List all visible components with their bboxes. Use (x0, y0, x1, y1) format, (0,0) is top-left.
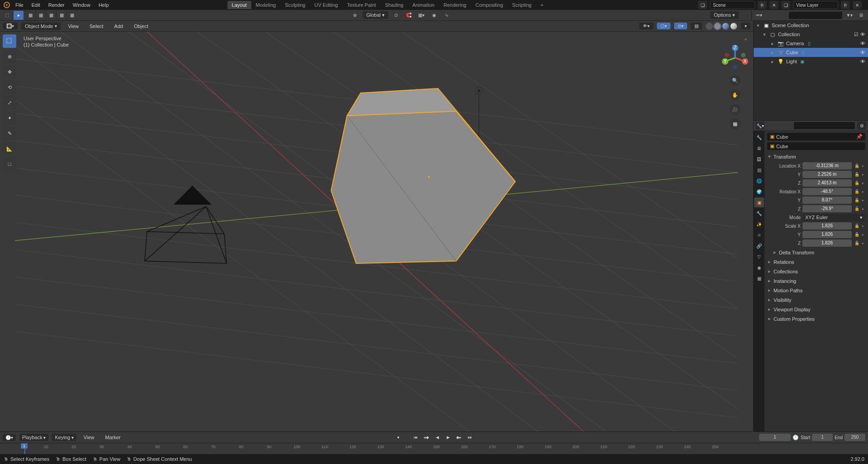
select-extend-icon[interactable]: ▦ (36, 11, 46, 20)
camera-hide-icon[interactable]: 👁 (860, 41, 865, 46)
snap-toggle-icon[interactable]: 🧲 (404, 11, 414, 20)
menu-file[interactable]: File (12, 1, 27, 9)
tool-scale[interactable]: ⤢ (3, 96, 16, 109)
timeline-menu-keying[interactable]: Keying ▾ (52, 434, 76, 441)
panel-delta-transform[interactable]: ▸Delta Transform (767, 248, 865, 257)
lock-locy-icon[interactable]: 🔓 (854, 172, 860, 177)
cursor-tool-icon[interactable]: ▸ (14, 11, 24, 20)
ptab-material[interactable]: ◉ (754, 262, 764, 272)
lock-scaley-icon[interactable]: 🔓 (854, 232, 860, 237)
outliner-collection[interactable]: ▾▢Collection ☑👁 (754, 30, 868, 39)
tab-scripting[interactable]: Scripting (508, 1, 536, 9)
autokey-toggle-icon[interactable]: ● (393, 433, 403, 441)
ptab-constraints[interactable]: 🔗 (754, 241, 764, 251)
ptab-render[interactable]: 🖥 (754, 143, 764, 153)
location-x-field[interactable]: -0.31236 m (802, 162, 852, 169)
tool-move[interactable]: ✥ (3, 65, 16, 79)
viewlayer-name-field[interactable]: View Layer (793, 1, 838, 9)
location-z-field[interactable]: 2.4013 m (802, 179, 852, 187)
overlay-toggle-icon[interactable]: ⊙▾ (674, 23, 687, 29)
lock-locz-icon[interactable]: 🔓 (854, 181, 860, 185)
viewport-menu-select[interactable]: Select (86, 22, 107, 30)
ptab-object[interactable]: ▣ (754, 197, 764, 207)
panel-viewport-display[interactable]: ▸Viewport Display (767, 305, 865, 314)
mode-dropdown[interactable]: Object Mode ▾ (21, 23, 61, 30)
collection-exclude-icon[interactable]: ☑ (854, 32, 859, 37)
menu-render[interactable]: Render (45, 1, 68, 9)
rotation-x-field[interactable]: -48.5° (802, 188, 852, 195)
timeline-menu-playback[interactable]: Playback ▾ (19, 434, 48, 441)
tool-annotate[interactable]: ✎ (3, 127, 16, 140)
delete-scene-icon[interactable]: ✕ (769, 1, 778, 9)
tab-texturepaint[interactable]: Texture Paint (342, 1, 380, 9)
shading-options-icon[interactable]: ▾ (741, 23, 750, 29)
new-scene-icon[interactable]: ⎘ (758, 1, 767, 9)
outliner-displaymode-icon[interactable]: ≔▾ (754, 11, 764, 20)
properties-search-input[interactable] (793, 122, 855, 130)
panel-visibility[interactable]: ▸Visibility (767, 295, 865, 305)
playhead[interactable]: 1 (24, 443, 25, 454)
play-forward-icon[interactable]: ▶ (443, 433, 453, 441)
jump-start-icon[interactable]: ⏮ (410, 433, 420, 441)
outliner-item-camera[interactable]: ▸📷Camera▯ 👁 (754, 39, 868, 48)
camera-gizmo-icon[interactable]: 🎥 (730, 104, 741, 115)
panel-custom-properties[interactable]: ▸Custom Properties (767, 314, 865, 323)
panel-transform-header[interactable]: ▾Transform (767, 152, 865, 161)
delete-viewlayer-icon[interactable]: ✕ (853, 1, 862, 9)
object-name-field[interactable]: ▣Cube (767, 142, 865, 150)
visibility-dropdown-icon[interactable]: 👁▾ (639, 23, 653, 29)
ptab-viewlayer[interactable]: ▤ (754, 165, 764, 175)
location-y-field[interactable]: 2.2526 m (802, 171, 852, 178)
tab-sculpting[interactable]: Sculpting (280, 1, 310, 9)
collection-hide-icon[interactable]: 👁 (860, 32, 865, 37)
rotation-y-field[interactable]: 8.07° (802, 197, 852, 204)
scene-name-field[interactable]: Scene (710, 1, 755, 9)
ptab-modifiers[interactable]: 🔧 (754, 208, 764, 218)
tab-modeling[interactable]: Modeling (251, 1, 281, 9)
snap-type-icon[interactable]: ▦▾ (416, 11, 426, 20)
timeline-editor-type-icon[interactable]: 🕐▾ (3, 434, 16, 441)
jump-prevkey-icon[interactable]: ◂◆ (421, 433, 431, 441)
viewlayer-browse-icon[interactable]: ❏ (781, 1, 790, 9)
scene-browse-icon[interactable]: ❏ (698, 1, 707, 9)
panel-collections[interactable]: ▸Collections (767, 267, 865, 276)
rotation-z-field[interactable]: -29.9° (802, 205, 852, 212)
tool-select-box[interactable] (3, 34, 16, 48)
timeline-menu-marker[interactable]: Marker (102, 433, 124, 441)
menu-help[interactable]: Help (95, 1, 113, 9)
lock-rotx-icon[interactable]: 🔓 (854, 189, 860, 194)
scale-y-field[interactable]: 1.826 (802, 231, 852, 238)
tab-uvediting[interactable]: UV Editing (310, 1, 342, 9)
breadcrumb-object[interactable]: ▣Cube 📌 (767, 133, 865, 141)
tab-compositing[interactable]: Compositing (471, 1, 508, 9)
tab-animation[interactable]: Animation (408, 1, 439, 9)
outliner-item-light[interactable]: ▸💡Light◉ 👁 (754, 57, 868, 66)
select-invert-icon[interactable]: ▦ (67, 11, 77, 20)
ptab-texture[interactable]: ▦ (754, 273, 764, 283)
scale-z-field[interactable]: 1.826 (802, 239, 852, 247)
select-intersect-icon[interactable]: ▦ (57, 11, 66, 20)
end-frame-field[interactable]: 250 (844, 434, 865, 441)
editor-type-icon[interactable]: 🔳▾ (3, 23, 18, 29)
ptab-particles[interactable]: ✨ (754, 219, 764, 229)
zoom-gizmo-icon[interactable]: 🔍 (730, 75, 741, 86)
ptab-output[interactable]: 🖼 (754, 154, 764, 164)
ptab-world[interactable]: 🌍 (754, 187, 764, 197)
play-reverse-icon[interactable]: ◀ (432, 433, 442, 441)
tab-layout[interactable]: Layout (227, 1, 251, 9)
start-frame-field[interactable]: 1 (812, 434, 833, 441)
menu-edit[interactable]: Edit (28, 1, 44, 9)
scale-x-field[interactable]: 1.826 (802, 222, 852, 230)
outliner-filter-icon[interactable]: ▼▾ (844, 11, 854, 20)
gizmo-toggle-icon[interactable]: ⬡▾ (657, 23, 670, 29)
tool-rotate[interactable]: ⟲ (3, 80, 16, 94)
tool-cursor[interactable]: ⊕ (3, 50, 16, 63)
perspective-gizmo-icon[interactable]: ▦ (730, 118, 741, 129)
new-viewlayer-icon[interactable]: ⎘ (841, 1, 850, 9)
jump-end-icon[interactable]: ⏭ (465, 433, 475, 441)
xray-toggle-icon[interactable]: ▤ (691, 23, 702, 29)
nav-gizmo[interactable]: X Y Z (722, 44, 749, 71)
outliner-newcollection-icon[interactable]: ⊞ (856, 11, 866, 20)
viewport-menu-view[interactable]: View (64, 22, 82, 30)
pan-gizmo-icon[interactable]: ✋ (730, 89, 741, 100)
